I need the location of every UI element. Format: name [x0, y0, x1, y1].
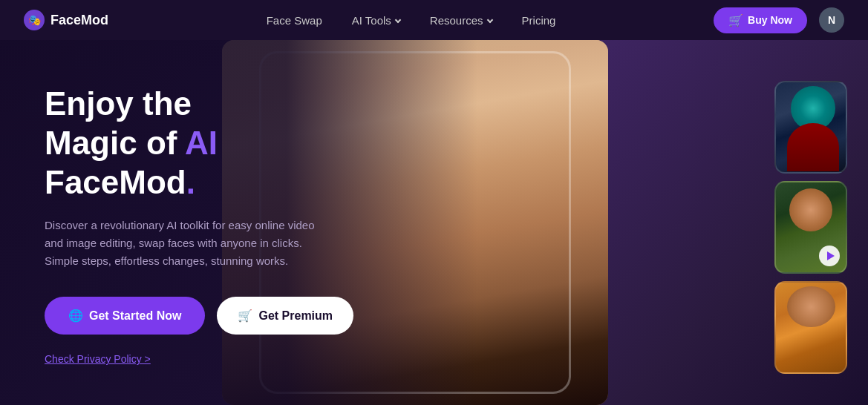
hero-section: Enjoy the Magic of AI FaceMod. Discover … — [0, 40, 868, 405]
buy-now-button[interactable]: 🛒 Buy Now — [714, 7, 807, 33]
thumbnail-2[interactable] — [774, 181, 847, 274]
chevron-down-icon — [486, 17, 492, 23]
logo-icon: 🎭 — [24, 10, 45, 30]
logo[interactable]: 🎭 FaceMod — [24, 10, 108, 30]
nav-link-resources[interactable]: Resources — [430, 14, 492, 27]
play-triangle-icon — [827, 251, 835, 260]
hero-title: Enjoy the Magic of AI FaceMod. — [45, 85, 386, 202]
privacy-policy-link[interactable]: Check Privacy Policy > — [45, 353, 151, 365]
globe-icon: 🌐 — [68, 309, 83, 323]
logo-text: FaceMod — [50, 13, 108, 28]
play-icon[interactable] — [819, 246, 840, 266]
avatar[interactable]: N — [819, 7, 844, 33]
hero-title-dot: . — [186, 164, 195, 200]
thumbnail-3[interactable] — [774, 281, 847, 374]
nav-link-aitools[interactable]: AI Tools — [352, 14, 400, 27]
hero-title-ai: AI — [185, 125, 218, 161]
hero-title-mod: Mod — [119, 164, 186, 200]
get-premium-button[interactable]: 🛒 Get Premium — [217, 297, 353, 335]
nav-link-pricing[interactable]: Pricing — [522, 14, 556, 27]
chevron-down-icon — [395, 17, 401, 23]
cart-icon-premium: 🛒 — [238, 309, 252, 323]
hero-description: Discover a revolutionary AI toolkit for … — [45, 217, 327, 270]
side-thumbnails — [774, 81, 847, 374]
get-started-button[interactable]: 🌐 Get Started Now — [45, 297, 205, 335]
nav-links: Face Swap AI Tools Resources Pricing — [267, 14, 556, 27]
hero-buttons: 🌐 Get Started Now 🛒 Get Premium — [45, 297, 386, 335]
nav-link-faceswap[interactable]: Face Swap — [267, 14, 322, 27]
hero-content: Enjoy the Magic of AI FaceMod. Discover … — [45, 85, 386, 366]
cart-icon: 🛒 — [728, 13, 743, 27]
navbar: 🎭 FaceMod Face Swap AI Tools Resources P… — [0, 0, 868, 40]
nav-actions: 🛒 Buy Now N — [714, 7, 844, 33]
thumbnail-1[interactable] — [774, 81, 847, 174]
